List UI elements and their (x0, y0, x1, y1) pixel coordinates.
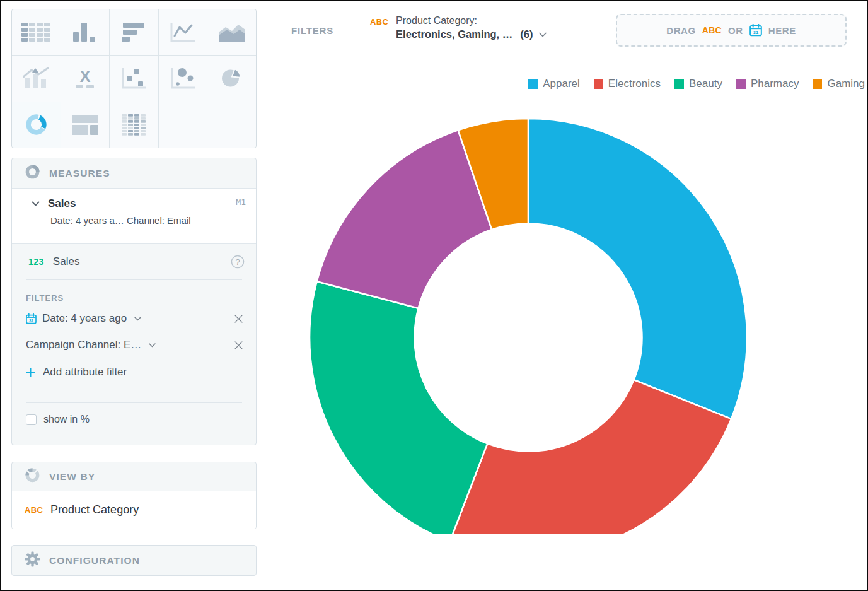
vis-type-pie-chart-button[interactable] (207, 56, 256, 101)
analytical-designer-app: X MEASURES Sales M1 Date: 4 years a… Cha… (0, 0, 868, 591)
donut-slice-beauty[interactable] (310, 281, 487, 534)
sidebar: X MEASURES Sales M1 Date: 4 years a… Cha… (1, 1, 277, 591)
view-by-attribute-name: Product Category (50, 503, 139, 517)
donut-slice-electronics[interactable] (449, 380, 731, 534)
metric-label: Sales (53, 255, 80, 268)
measure-item-sales[interactable]: Sales M1 Date: 4 years a… Channel: Email (12, 189, 256, 244)
chevron-down-icon (134, 317, 141, 321)
vis-type-treemap-button[interactable] (61, 102, 110, 148)
gear-icon (25, 551, 40, 570)
filters-section-label: FILTERS (26, 293, 256, 303)
vis-type-donut-chart-button[interactable] (12, 102, 61, 148)
add-attribute-filter-label: Add attribute filter (43, 366, 127, 378)
measure-details: Date: 4 years a… Channel: Email (50, 215, 246, 226)
donut-chart (277, 1, 868, 534)
remove-campaign-channel-filter-button[interactable] (233, 339, 245, 351)
campaign-channel-filter[interactable]: Campaign Channel: E… (12, 332, 256, 358)
vis-type-bar-chart-button[interactable] (110, 9, 158, 55)
svg-text:?: ? (235, 257, 240, 267)
plus-icon (26, 368, 35, 377)
collapse-chevron-icon[interactable] (32, 201, 40, 206)
show-in-percent-checkbox[interactable] (26, 414, 37, 425)
donut-slice-pharmacy[interactable] (317, 130, 492, 308)
donut-bucket-icon (25, 467, 40, 486)
measures-panel-header[interactable]: MEASURES (12, 158, 256, 189)
chevron-down-icon (149, 343, 156, 348)
vis-type-combo-chart-button[interactable] (12, 56, 61, 101)
measures-panel: MEASURES Sales M1 Date: 4 years a… Chann… (11, 158, 257, 445)
calendar-icon: 31 (26, 313, 37, 324)
measure-definition-row[interactable]: 123 Sales ? (12, 244, 256, 279)
numeric-metric-icon: 123 (28, 257, 44, 267)
vis-type-table-button[interactable] (12, 9, 61, 55)
divider (26, 279, 242, 280)
campaign-channel-filter-label: Campaign Channel: E… (26, 339, 141, 351)
vis-type-bubble-chart-button[interactable] (159, 56, 207, 101)
view-by-attribute-product-category[interactable]: ABC Product Category (12, 491, 256, 529)
view-by-panel-title: VIEW BY (49, 471, 95, 483)
vis-type-scatter-plot-button[interactable] (110, 56, 158, 101)
show-in-percent-toggle[interactable]: show in % (12, 403, 256, 436)
svg-text:31: 31 (29, 318, 34, 322)
configuration-panel-title: CONFIGURATION (49, 555, 140, 566)
measure-tag: M1 (236, 197, 246, 207)
show-in-percent-label: show in % (43, 414, 90, 425)
donut-bucket-icon (25, 164, 40, 182)
svg-text:X: X (80, 68, 91, 85)
measure-name: Sales (48, 197, 76, 210)
remove-date-filter-button[interactable] (233, 313, 245, 325)
vis-type-empty-cell (207, 102, 256, 148)
donut-slice-apparel[interactable] (528, 119, 747, 419)
vis-type-area-chart-button[interactable] (207, 9, 256, 55)
vis-type-column-chart-button[interactable] (61, 9, 110, 55)
vis-type-heatmap-button[interactable] (110, 102, 158, 148)
configuration-panel-header[interactable]: CONFIGURATION (12, 546, 256, 575)
visualization-canvas: FILTERS ABC Product Category: Electronic… (277, 1, 868, 591)
add-attribute-filter-button[interactable]: Add attribute filter (12, 358, 256, 386)
vis-type-empty-cell (159, 102, 207, 148)
date-filter[interactable]: 31 Date: 4 years ago (12, 305, 256, 332)
configuration-panel: CONFIGURATION (11, 545, 257, 576)
text-attribute-icon: ABC (25, 505, 43, 515)
view-by-panel: VIEW BY ABC Product Category (11, 462, 257, 529)
date-filter-label: Date: 4 years ago (42, 312, 127, 325)
visualization-type-picker: X (11, 9, 257, 148)
view-by-panel-header[interactable]: VIEW BY (12, 462, 256, 491)
help-icon[interactable]: ? (231, 255, 245, 269)
vis-type-line-chart-button[interactable] (159, 9, 207, 55)
vis-type-headline-button[interactable]: X (61, 56, 110, 101)
measures-panel-title: MEASURES (49, 168, 110, 179)
